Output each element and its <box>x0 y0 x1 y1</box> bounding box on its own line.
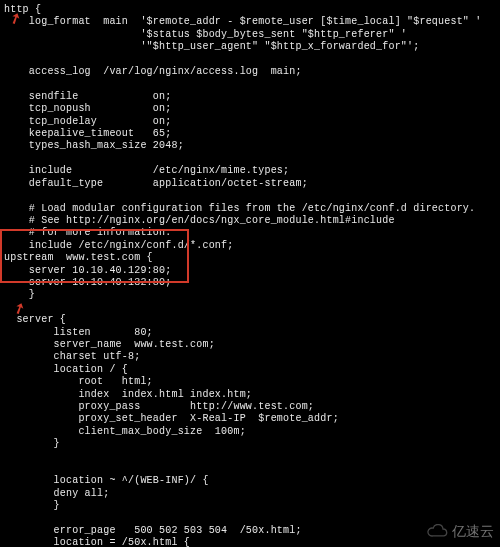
nginx-config-code: http { log_format main '$remote_addr - $… <box>0 0 500 547</box>
